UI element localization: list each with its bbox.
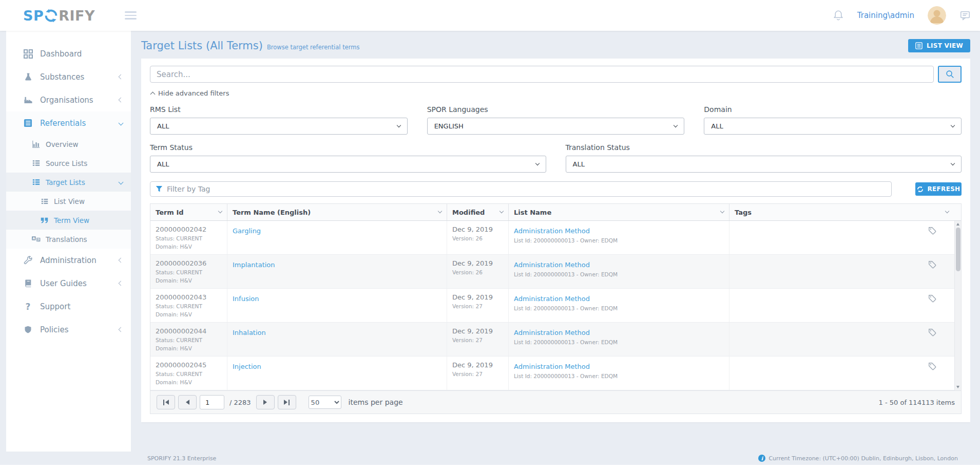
last-page-button[interactable] [278,395,296,409]
chevron-down-icon [119,121,124,126]
tag-icon[interactable] [928,294,936,305]
sidebar-item-target-lists[interactable]: Target Lists [6,173,131,192]
list-name-link[interactable]: Administration Method [514,329,590,336]
list-name-link[interactable]: Administration Method [514,261,590,269]
table-row[interactable]: 200000002044Status: CURRENTDomain: H&V I… [150,323,961,357]
sidebar-item-overview[interactable]: Overview [6,135,131,154]
sidebar-item-term-view[interactable]: Term View [6,211,131,230]
term-name-link[interactable]: Inhalation [233,329,266,336]
table-scrollbar[interactable] [954,221,961,390]
sort-chevron-icon [499,209,504,213]
filter-label: RMS List [150,105,408,114]
funnel-filter-icon [156,185,163,193]
domain-dropdown[interactable]: ALL [704,118,962,135]
info-icon: i [758,455,765,462]
column-header-term-id[interactable]: Term Id [150,204,227,220]
user-menu[interactable]: Training\admin [857,11,914,20]
previous-page-button[interactable] [178,395,197,409]
chevron-up-icon [150,92,156,97]
chevron-down-icon [951,123,955,127]
table-row[interactable]: 200000002043Status: CURRENTDomain: H&V I… [150,289,961,323]
quotes-icon [40,217,49,223]
list-view-button[interactable]: LIST VIEW [908,39,970,52]
list-icon [40,198,49,205]
page-number-input[interactable] [200,395,224,409]
avatar[interactable] [928,6,946,25]
sidebar-item-label: Overview [46,140,79,148]
feedback-chat-icon[interactable] [959,10,971,21]
term-name-link[interactable]: Injection [233,363,261,370]
notifications-bell-icon[interactable] [833,9,844,22]
scroll-down-arrow[interactable] [956,386,959,388]
next-page-button[interactable] [256,395,275,409]
term-name-link[interactable]: Gargling [233,227,261,235]
tag-icon[interactable] [928,362,936,372]
column-header-modified[interactable]: Modified [447,204,509,220]
chevron-down-icon [396,123,400,127]
list-name-link[interactable]: Administration Method [514,363,590,370]
column-header-term-name[interactable]: Term Name (English) [227,204,447,220]
table-row[interactable]: 200000002036Status: CURRENTDomain: H&V I… [150,255,961,289]
sidebar-item-source-lists[interactable]: Source Lists [6,154,131,173]
spor-languages-dropdown[interactable]: ENGLISH [427,118,685,135]
tag-filter-row: REFRESH [150,181,962,197]
scrollbar-thumb[interactable] [956,228,960,271]
term-status-dropdown[interactable]: ALL [150,156,546,173]
search-button[interactable] [938,66,962,83]
list-name-link[interactable]: Administration Method [514,227,590,235]
sidebar-item-label: Dashboard [40,49,82,59]
first-page-button[interactable] [157,395,175,409]
sidebar-item-label: Support [40,302,70,311]
sidebar-toggle-icon[interactable] [125,11,137,20]
tag-icon[interactable] [928,227,936,237]
column-header-list-name[interactable]: List Name [509,204,729,220]
sort-chevron-icon [945,209,949,213]
sidebar-item-label: Policies [40,325,68,334]
filter-by-tag-input[interactable] [167,185,886,193]
column-header-tags[interactable]: Tags [729,204,961,220]
page-subtitle: Browse target referential terms [267,44,360,51]
scroll-up-arrow[interactable] [956,223,959,226]
translation-status-dropdown[interactable]: ALL [566,156,962,173]
hide-advanced-filters-toggle[interactable]: Hide advanced filters [151,89,962,97]
table-row[interactable]: 200000002045Status: CURRENTDomain: H&V I… [150,357,961,390]
flask-icon [23,72,33,81]
list-name-link[interactable]: Administration Method [514,295,590,303]
sidebar-item-substances[interactable]: Substances [6,65,131,88]
refresh-button[interactable]: REFRESH [915,182,962,196]
sort-chevron-icon [218,209,222,213]
sidebar-item-policies[interactable]: Policies [6,318,131,341]
search-input[interactable] [150,66,934,83]
rms-list-dropdown[interactable]: ALL [150,118,408,135]
term-name-link[interactable]: Infusion [233,295,259,303]
referentials-submenu: Overview Source Lists Target Lists List … [6,135,131,249]
table-row[interactable]: 200000002042Status: CURRENTDomain: H&V G… [150,221,961,255]
filters-row-1: RMS List ALL SPOR Languages ENGLISH Doma… [150,105,962,135]
factory-icon [23,96,33,104]
sidebar-item-dashboard[interactable]: Dashboard [6,42,131,65]
term-name-link[interactable]: Implantation [233,261,275,269]
sidebar-item-user-guides[interactable]: User Guides [6,272,131,295]
book-icon [23,279,33,288]
items-per-page-select[interactable]: 50 [309,396,341,409]
chevron-down-icon [674,123,678,127]
sidebar-item-label: Substances [40,72,84,82]
filter-label: SPOR Languages [427,105,685,114]
list-icon [32,178,41,186]
chevron-left-icon [119,258,124,263]
sidebar-item-administration[interactable]: Administration [6,249,131,272]
tag-icon[interactable] [928,260,936,271]
sidebar-item-support[interactable]: ? Support [6,295,131,318]
app-logo[interactable]: SP RIFY [23,8,95,24]
sidebar-item-translations[interactable]: A Translations [6,230,131,249]
wrench-icon [23,256,33,265]
chevron-left-icon [119,74,124,80]
sort-chevron-icon [720,209,724,213]
sidebar-item-referentials[interactable]: Referentials [6,111,131,135]
tag-icon[interactable] [928,328,936,339]
sidebar-item-list-view[interactable]: List View [6,192,131,211]
sidebar-item-label: Source Lists [46,159,87,167]
sidebar-item-organisations[interactable]: Organisations [6,88,131,111]
refresh-icon [917,186,924,193]
svg-text:A: A [32,236,35,240]
